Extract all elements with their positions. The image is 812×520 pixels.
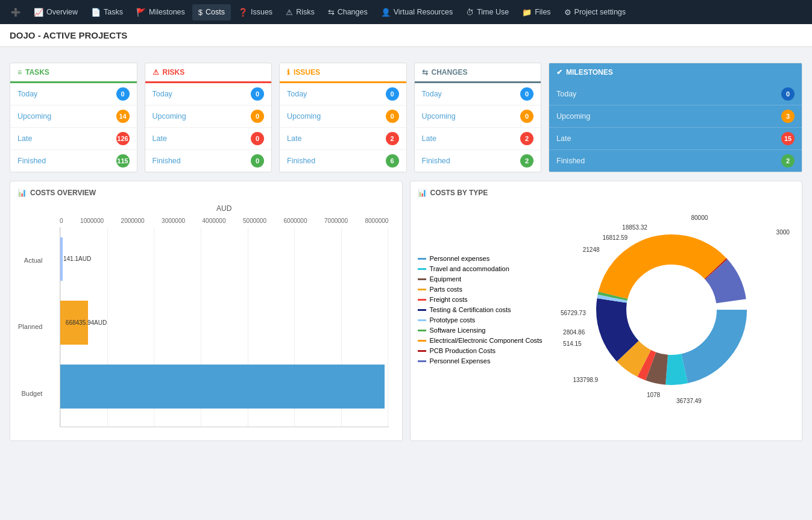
tasks-icon: 📄 [91, 8, 101, 17]
nav-tasks[interactable]: 📄 Tasks [85, 4, 129, 20]
planned-bar-row: 668435.94AUD [60, 301, 389, 345]
changes-card: ⇆ CHANGES Today 0 Upcoming 0 Late 2 Fini… [414, 63, 542, 172]
nav-files-label: Files [535, 8, 550, 16]
costs-icon: $ [198, 8, 203, 17]
nav-files[interactable]: 📁 Files [516, 4, 556, 20]
donut-chart-svg [575, 213, 768, 406]
costs-overview-chart: 📊 COSTS OVERVIEW AUD 0 1000000 2000000 3… [10, 181, 403, 441]
changes-icon: ⇆ [328, 8, 335, 17]
nav-project-settings[interactable]: ⚙ Project settings [558, 4, 632, 20]
nav-add[interactable]: ➕ [5, 4, 27, 20]
nav-milestones[interactable]: 🚩 Milestones [130, 4, 191, 20]
nav-tasks-label: Tasks [104, 8, 123, 16]
costs-by-type-title: 📊 COSTS BY TYPE [418, 189, 795, 197]
nav-changes[interactable]: ⇆ Changes [322, 4, 374, 20]
legend-parts-costs: Parts costs [418, 286, 543, 293]
charts-section: 📊 COSTS OVERVIEW AUD 0 1000000 2000000 3… [10, 181, 802, 441]
issues-late-row[interactable]: Late 2 [280, 128, 406, 150]
planned-bar: 668435.94AUD [60, 301, 88, 345]
nav-virtual-resources[interactable]: 👤 Virtual Resources [375, 4, 459, 20]
costs-overview-title: 📊 COSTS OVERVIEW [17, 189, 395, 197]
actual-bar-label: 141.1AUD [63, 255, 91, 262]
changes-today-row[interactable]: Today 0 [415, 83, 541, 105]
nav-issues[interactable]: ❓ Issues [232, 4, 279, 20]
risks-finished-row[interactable]: Finished 0 [145, 150, 272, 172]
issues-card: ℹ ISSUES Today 0 Upcoming 0 Late 2 Finis… [279, 63, 407, 172]
donut-hole [631, 269, 713, 351]
legend-electrical: Electrical/Electronic Component Costs [418, 337, 543, 344]
add-icon: ➕ [11, 8, 20, 17]
changes-upcoming-row[interactable]: Upcoming 0 [415, 105, 541, 128]
label-3000: 3000 [776, 229, 790, 236]
tasks-today-row[interactable]: Today 0 [10, 83, 137, 105]
nav-project-settings-label: Project settings [574, 8, 626, 16]
risks-icon: ⚠ [286, 8, 293, 17]
milestones-upcoming-row[interactable]: Upcoming 3 [549, 105, 802, 128]
planned-bar-label: 668435.94AUD [66, 319, 107, 326]
risks-upcoming-row[interactable]: Upcoming 0 [145, 105, 272, 128]
tasks-late-row[interactable]: Late 126 [10, 128, 137, 150]
milestones-card: ✔ MILESTONES Today 0 Upcoming 3 Late 15 … [549, 63, 802, 172]
donut-chart-icon: 📊 [418, 189, 427, 197]
nav-costs[interactable]: $ Costs [192, 4, 231, 20]
legend-travel: Travel and accommodation [418, 265, 543, 272]
legend-pcb: PCB Production Costs [418, 347, 543, 354]
milestones-finished-row[interactable]: Finished 2 [549, 150, 802, 172]
risks-today-row[interactable]: Today 0 [145, 83, 272, 105]
costs-by-type-chart: 📊 COSTS BY TYPE Personnel expenses Trave… [410, 181, 803, 441]
changes-header-icon: ⇆ [422, 68, 428, 77]
milestones-today-row[interactable]: Today 0 [549, 83, 802, 105]
risks-card: ⚠ RISKS Today 0 Upcoming 0 Late 0 Finish… [145, 63, 272, 172]
issues-icon: ❓ [238, 8, 248, 17]
nav-time-use-label: Time Use [477, 8, 509, 16]
issues-today-row[interactable]: Today 0 [280, 83, 406, 105]
legend-freight: Freight costs [418, 296, 543, 303]
actual-bar: 141.1AUD [60, 237, 63, 281]
donut-chart-container: Personnel expenses Travel and accommodat… [418, 204, 795, 415]
changes-late-row[interactable]: Late 2 [415, 128, 541, 150]
nav-virtual-resources-label: Virtual Resources [394, 8, 453, 16]
files-icon: 📁 [522, 8, 532, 17]
issues-finished-row[interactable]: Finished 6 [280, 150, 406, 172]
bar-chart-icon: 📊 [17, 189, 27, 197]
budget-bar [60, 365, 385, 409]
currency-label: AUD [54, 204, 395, 213]
milestones-late-row[interactable]: Late 15 [549, 128, 802, 150]
nav-overview[interactable]: 📈 Overview [28, 4, 84, 20]
tasks-finished-row[interactable]: Finished 115 [10, 150, 137, 172]
nav-issues-label: Issues [251, 8, 272, 16]
issues-upcoming-row[interactable]: Upcoming 0 [280, 105, 406, 128]
legend-personnel-expenses-2: Personnel Expenses [418, 357, 543, 365]
nav-milestones-label: Milestones [149, 8, 185, 16]
risks-card-header: ⚠ RISKS [145, 63, 272, 83]
y-axis-labels: Actual Planned Budget [18, 227, 46, 427]
legend-personnel-expenses: Personnel expenses [418, 255, 543, 262]
issues-card-header: ℹ ISSUES [280, 63, 406, 83]
nav-risks-label: Risks [296, 8, 315, 16]
risks-header-icon: ⚠ [153, 68, 159, 77]
changes-card-header: ⇆ CHANGES [415, 63, 541, 83]
nav-time-use[interactable]: ⏱ Time Use [460, 4, 515, 20]
milestones-header-icon: ✔ [556, 68, 562, 77]
y-label-actual: Actual [24, 257, 43, 264]
nav-changes-label: Changes [338, 8, 368, 16]
tasks-header-icon: ≡ [17, 68, 22, 77]
nav-overview-label: Overview [46, 8, 78, 16]
actual-bar-row: 141.1AUD [60, 237, 389, 281]
risks-late-row[interactable]: Late 0 [145, 128, 272, 150]
y-label-planned: Planned [18, 323, 42, 330]
milestones-icon: 🚩 [136, 8, 146, 17]
issues-header-icon: ℹ [287, 68, 290, 77]
virtual-resources-icon: 👤 [381, 8, 391, 17]
overview-icon: 📈 [34, 8, 43, 17]
changes-finished-row[interactable]: Finished 2 [415, 150, 541, 172]
y-label-budget: Budget [22, 390, 43, 397]
top-navigation: ➕ 📈 Overview 📄 Tasks 🚩 Milestones $ Cost… [0, 0, 812, 24]
tasks-upcoming-row[interactable]: Upcoming 14 [10, 105, 137, 128]
budget-bar-row [60, 365, 389, 409]
donut-svg-container: 80000 18853.32 16812.59 21248 56729.73 2… [549, 213, 795, 406]
nav-costs-label: Costs [206, 8, 225, 16]
nav-risks[interactable]: ⚠ Risks [280, 4, 321, 20]
legend-equipment: Equipment [418, 275, 543, 283]
time-use-icon: ⏱ [466, 8, 474, 17]
